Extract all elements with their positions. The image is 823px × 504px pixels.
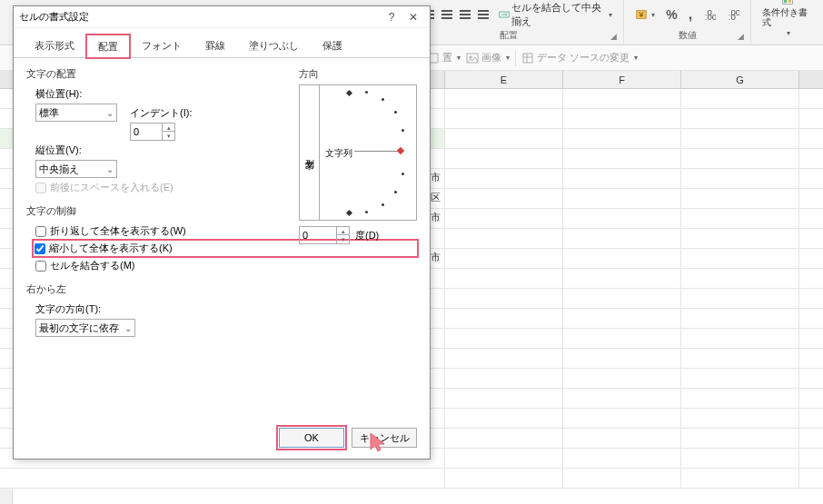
cell[interactable] bbox=[681, 309, 799, 328]
wrap-text-input[interactable] bbox=[35, 226, 46, 237]
shrink-to-fit-input[interactable] bbox=[35, 243, 45, 254]
cell[interactable] bbox=[445, 329, 563, 348]
col-header-g[interactable]: G bbox=[681, 71, 799, 88]
tab-number[interactable]: 表示形式 bbox=[23, 34, 86, 57]
orientation-dial[interactable]: 文字列 bbox=[320, 85, 416, 220]
decrease-decimal-button[interactable]: .00.0 bbox=[723, 6, 743, 23]
cell[interactable] bbox=[445, 169, 563, 188]
cell[interactable] bbox=[681, 189, 799, 208]
cell[interactable] bbox=[445, 389, 563, 408]
cell[interactable] bbox=[445, 369, 563, 388]
cell[interactable] bbox=[563, 429, 681, 448]
cell[interactable] bbox=[681, 89, 799, 108]
cell[interactable] bbox=[563, 189, 681, 208]
cell[interactable] bbox=[563, 109, 681, 128]
conditional-format-button[interactable]: 条件付き書式 bbox=[759, 0, 816, 39]
cell[interactable] bbox=[445, 449, 563, 468]
cell[interactable] bbox=[563, 129, 681, 148]
cell[interactable] bbox=[681, 229, 799, 248]
col-header-f[interactable]: F bbox=[563, 71, 681, 88]
tab-fill[interactable]: 塗りつぶし bbox=[237, 34, 311, 57]
percent-button[interactable]: % bbox=[662, 5, 680, 24]
col-header-e[interactable]: E bbox=[445, 71, 563, 88]
orientation-handle[interactable] bbox=[397, 147, 404, 154]
cell[interactable] bbox=[563, 249, 681, 268]
cell[interactable] bbox=[681, 149, 799, 168]
comma-button[interactable]: , bbox=[685, 5, 696, 25]
placement-button[interactable]: 置 bbox=[427, 51, 461, 64]
cell[interactable] bbox=[563, 169, 681, 188]
tab-font[interactable]: フォント bbox=[130, 34, 193, 57]
data-source-button[interactable]: データ ソースの変更 bbox=[521, 51, 638, 64]
cell[interactable] bbox=[563, 369, 681, 388]
cell[interactable] bbox=[681, 389, 799, 408]
cell[interactable] bbox=[681, 469, 799, 488]
cell[interactable] bbox=[445, 289, 563, 308]
cell[interactable] bbox=[681, 109, 799, 128]
cell[interactable] bbox=[563, 229, 681, 248]
cell[interactable] bbox=[563, 329, 681, 348]
cell[interactable] bbox=[445, 309, 563, 328]
horizontal-select[interactable]: 標準 bbox=[35, 104, 117, 122]
cell[interactable] bbox=[563, 269, 681, 288]
merge-cells-input[interactable] bbox=[35, 261, 46, 272]
cell[interactable] bbox=[445, 89, 563, 108]
cell[interactable] bbox=[563, 349, 681, 368]
close-button[interactable]: ✕ bbox=[402, 11, 424, 24]
cell[interactable] bbox=[445, 209, 563, 228]
degree-input[interactable]: 0 ▴▾ bbox=[299, 226, 350, 244]
cell[interactable] bbox=[563, 209, 681, 228]
indent-decrease-icon[interactable] bbox=[457, 6, 473, 23]
cell[interactable] bbox=[681, 369, 799, 388]
tab-alignment[interactable]: 配置 bbox=[86, 35, 130, 58]
cell[interactable] bbox=[681, 169, 799, 188]
cell[interactable] bbox=[445, 249, 563, 268]
cell[interactable] bbox=[681, 289, 799, 308]
cell[interactable] bbox=[563, 389, 681, 408]
cell[interactable] bbox=[563, 469, 681, 488]
vertical-select[interactable]: 中央揃え bbox=[35, 160, 117, 178]
indent-increase-icon[interactable] bbox=[475, 6, 491, 23]
cell[interactable] bbox=[563, 409, 681, 428]
image-button[interactable]: 画像 bbox=[466, 51, 510, 64]
cell[interactable] bbox=[445, 189, 563, 208]
cell[interactable] bbox=[445, 469, 563, 488]
cell[interactable] bbox=[681, 329, 799, 348]
tab-protection[interactable]: 保護 bbox=[311, 34, 354, 57]
cell[interactable] bbox=[445, 109, 563, 128]
increase-decimal-button[interactable]: .0.00 bbox=[699, 6, 719, 23]
cell[interactable] bbox=[681, 429, 799, 448]
cell[interactable] bbox=[681, 209, 799, 228]
cell[interactable] bbox=[563, 89, 681, 108]
merge-cells-checkbox[interactable]: セルを結合する(M) bbox=[35, 259, 417, 272]
orientation-canvas[interactable]: 文字列 文字列 bbox=[299, 84, 417, 221]
cell[interactable] bbox=[445, 349, 563, 368]
cell[interactable] bbox=[681, 249, 799, 268]
cell[interactable] bbox=[445, 409, 563, 428]
currency-button[interactable]: ¥ bbox=[631, 6, 659, 23]
degree-spinner[interactable]: ▴▾ bbox=[336, 227, 349, 243]
merge-center-button[interactable]: セルを結合して中央揃え bbox=[495, 0, 617, 30]
cell[interactable] bbox=[563, 149, 681, 168]
cell[interactable] bbox=[445, 229, 563, 248]
ok-button[interactable]: OK bbox=[279, 428, 344, 448]
cell[interactable] bbox=[563, 309, 681, 328]
alignment-dialog-launcher[interactable]: ◢ bbox=[610, 32, 621, 43]
number-dialog-launcher[interactable]: ◢ bbox=[738, 32, 749, 43]
cancel-button[interactable]: キャンセル bbox=[352, 428, 417, 448]
cell[interactable] bbox=[563, 449, 681, 468]
orientation-vertical-text[interactable]: 文字列 bbox=[300, 85, 320, 220]
cell[interactable] bbox=[681, 129, 799, 148]
cell[interactable] bbox=[563, 289, 681, 308]
cell[interactable] bbox=[681, 409, 799, 428]
cell[interactable] bbox=[681, 449, 799, 468]
cell-fragment[interactable] bbox=[0, 469, 445, 488]
cell[interactable] bbox=[445, 429, 563, 448]
indent-input[interactable]: 0 ▴▾ bbox=[130, 123, 175, 141]
indent-spinner[interactable]: ▴▾ bbox=[162, 124, 174, 140]
cell[interactable] bbox=[681, 269, 799, 288]
help-button[interactable]: ? bbox=[381, 11, 402, 24]
cell[interactable] bbox=[445, 149, 563, 168]
cell[interactable] bbox=[445, 129, 563, 148]
cell[interactable] bbox=[681, 349, 799, 368]
